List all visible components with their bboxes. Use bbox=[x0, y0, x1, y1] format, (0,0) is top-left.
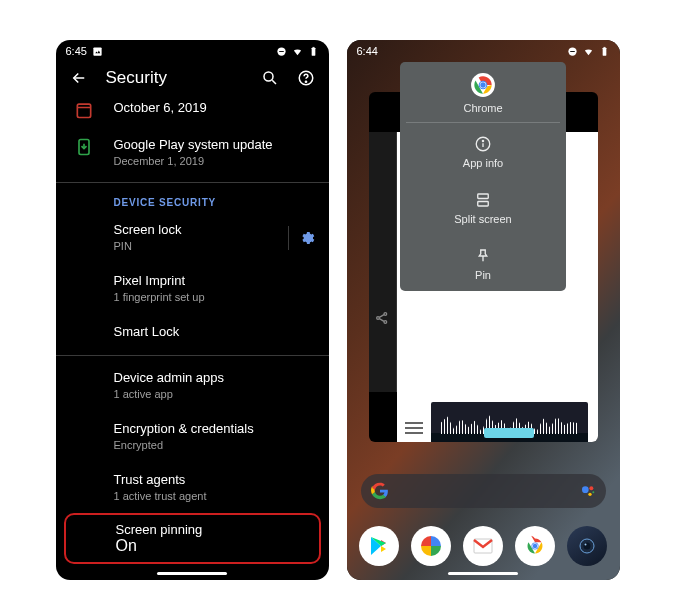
battery-icon bbox=[599, 46, 610, 57]
row-primary: Screen pinning bbox=[116, 522, 309, 537]
gear-icon[interactable] bbox=[299, 230, 315, 246]
row-trailing bbox=[288, 226, 315, 250]
wifi-icon bbox=[583, 46, 594, 57]
row-primary: Device admin apps bbox=[114, 370, 315, 387]
dock bbox=[347, 526, 620, 566]
google-logo-icon bbox=[371, 482, 389, 500]
share-icon[interactable] bbox=[374, 310, 390, 326]
recents-prev-card-sliver[interactable] bbox=[369, 132, 397, 392]
row-primary: Encryption & credentials bbox=[114, 421, 315, 438]
svg-point-7 bbox=[305, 81, 306, 82]
svg-point-27 bbox=[592, 491, 594, 493]
battery-icon bbox=[308, 46, 319, 57]
status-bar: 6:45 bbox=[56, 40, 329, 62]
svg-rect-0 bbox=[93, 47, 101, 55]
row-secondary: 1 fingerprint set up bbox=[114, 291, 315, 304]
menu-item-app-info[interactable]: App info bbox=[400, 123, 566, 179]
menu-item-label: Split screen bbox=[454, 213, 511, 225]
picture-icon bbox=[92, 46, 103, 57]
menu-item-pin[interactable]: Pin bbox=[400, 235, 566, 291]
page-title: Security bbox=[106, 68, 243, 88]
assistant-icon[interactable] bbox=[580, 483, 596, 499]
row-screen-lock[interactable]: Screen lock PIN bbox=[114, 212, 329, 263]
svg-rect-23 bbox=[478, 202, 489, 207]
settings-list: October 6, 2019 Google Play system updat… bbox=[56, 90, 329, 513]
status-time: 6:44 bbox=[357, 45, 378, 57]
help-icon[interactable] bbox=[297, 69, 315, 87]
dock-gmail-icon[interactable] bbox=[463, 526, 503, 566]
chrome-icon bbox=[470, 72, 496, 98]
row-trust-agents[interactable]: Trust agents 1 active trust agent bbox=[114, 462, 329, 513]
calendar-alert-icon bbox=[74, 100, 94, 120]
dock-play-store-icon[interactable] bbox=[359, 526, 399, 566]
row-secondary: 1 active app bbox=[114, 388, 315, 401]
svg-rect-4 bbox=[312, 46, 314, 47]
row-secondary: On bbox=[116, 537, 309, 555]
svg-point-5 bbox=[264, 72, 273, 81]
svg-point-26 bbox=[588, 493, 591, 496]
search-bar[interactable] bbox=[361, 474, 606, 508]
system-update-icon bbox=[74, 137, 94, 157]
row-secondary: Encrypted bbox=[114, 439, 315, 452]
row-primary: Smart Lock bbox=[114, 324, 315, 341]
row-primary: Trust agents bbox=[114, 472, 315, 489]
phone-settings: 6:45 Security bbox=[56, 40, 329, 580]
row-security-date[interactable]: October 6, 2019 bbox=[114, 90, 329, 127]
row-secondary: December 1, 2019 bbox=[114, 155, 315, 168]
home-indicator[interactable] bbox=[157, 572, 227, 575]
svg-point-15 bbox=[384, 313, 387, 316]
svg-rect-8 bbox=[77, 104, 90, 117]
svg-rect-13 bbox=[603, 46, 605, 47]
back-icon[interactable] bbox=[70, 69, 88, 87]
menu-app-name: Chrome bbox=[463, 102, 502, 114]
home-indicator[interactable] bbox=[448, 572, 518, 575]
recents-context-menu: Chrome App info Split screen Pin bbox=[400, 62, 566, 291]
thumbnail-button-graphic bbox=[484, 428, 534, 438]
row-primary: Pixel Imprint bbox=[114, 273, 315, 290]
svg-point-16 bbox=[384, 321, 387, 324]
wifi-icon bbox=[292, 46, 303, 57]
divider bbox=[56, 182, 329, 183]
svg-point-24 bbox=[582, 486, 589, 493]
search-icon[interactable] bbox=[261, 69, 279, 87]
svg-point-35 bbox=[585, 544, 587, 546]
row-device-admin-apps[interactable]: Device admin apps 1 active app bbox=[114, 360, 329, 411]
dnd-icon bbox=[276, 46, 287, 57]
status-time: 6:45 bbox=[66, 45, 87, 57]
dock-chrome-icon[interactable] bbox=[515, 526, 555, 566]
row-primary: October 6, 2019 bbox=[114, 100, 315, 117]
vertical-divider bbox=[288, 226, 289, 250]
row-primary: Google Play system update bbox=[114, 137, 315, 154]
row-secondary: PIN bbox=[114, 240, 315, 253]
svg-rect-2 bbox=[279, 51, 284, 52]
thumbnail-image: STRIP SILENCE bbox=[431, 402, 588, 442]
svg-rect-3 bbox=[311, 47, 315, 55]
section-header-device-security: DEVICE SECURITY bbox=[114, 187, 329, 212]
divider bbox=[56, 355, 329, 356]
row-primary: Screen lock bbox=[114, 222, 315, 239]
menu-header[interactable]: Chrome bbox=[400, 62, 566, 122]
row-play-system-update[interactable]: Google Play system update December 1, 20… bbox=[114, 127, 329, 178]
row-pixel-imprint[interactable]: Pixel Imprint 1 fingerprint set up bbox=[114, 263, 329, 314]
svg-rect-11 bbox=[570, 51, 575, 52]
app-bar: Security bbox=[56, 62, 329, 90]
row-smart-lock[interactable]: Smart Lock bbox=[114, 314, 329, 351]
split-screen-icon bbox=[474, 191, 492, 209]
svg-point-34 bbox=[584, 543, 591, 550]
row-screen-pinning-highlighted[interactable]: Screen pinning On bbox=[64, 513, 321, 564]
hamburger-icon bbox=[405, 432, 423, 434]
svg-point-19 bbox=[480, 82, 485, 87]
status-bar: 6:44 bbox=[347, 40, 620, 62]
menu-item-label: App info bbox=[463, 157, 503, 169]
svg-rect-12 bbox=[602, 47, 606, 55]
dock-photos-icon[interactable] bbox=[411, 526, 451, 566]
dock-camera-icon[interactable] bbox=[567, 526, 607, 566]
menu-item-split-screen[interactable]: Split screen bbox=[400, 179, 566, 235]
svg-point-32 bbox=[533, 544, 538, 549]
menu-item-label: Pin bbox=[475, 269, 491, 281]
phone-launcher: 6:44 bbox=[347, 40, 620, 580]
row-secondary: 1 active trust agent bbox=[114, 490, 315, 503]
svg-point-14 bbox=[376, 317, 379, 320]
row-encryption-credentials[interactable]: Encryption & credentials Encrypted bbox=[114, 411, 329, 462]
svg-point-21 bbox=[482, 140, 483, 141]
